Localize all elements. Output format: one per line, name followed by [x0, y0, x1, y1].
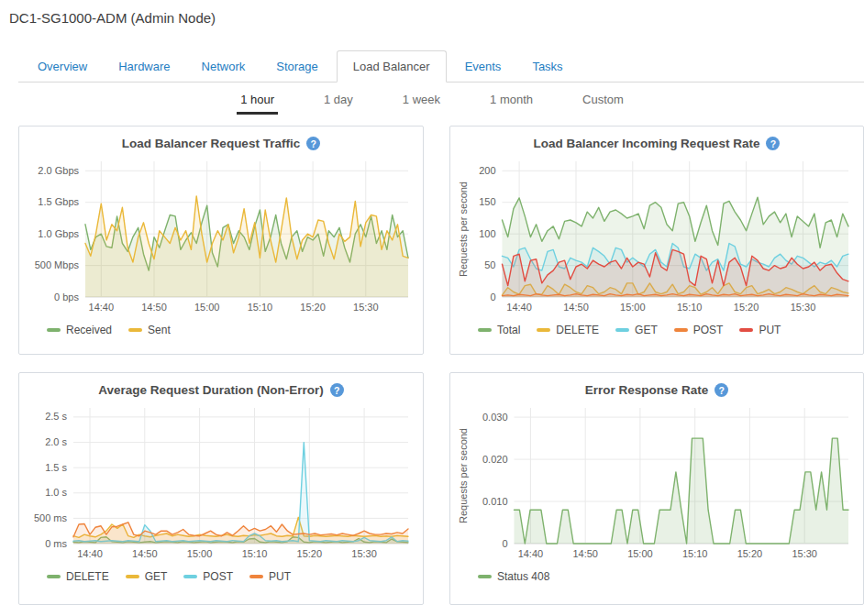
svg-text:15:30: 15:30: [791, 302, 816, 313]
panel-title: Load Balancer Incoming Request Rate?: [458, 137, 856, 150]
svg-text:14:50: 14:50: [572, 548, 598, 559]
svg-text:15:30: 15:30: [792, 548, 817, 559]
panel-title: Average Request Duration (Non-Error)?: [27, 383, 415, 397]
legend-item-total[interactable]: Total: [478, 324, 520, 336]
time-range-1-day[interactable]: 1 day: [320, 91, 357, 115]
series-group: [515, 438, 849, 544]
legend-item-post[interactable]: POST: [674, 324, 724, 336]
legend-swatch: [126, 575, 139, 578]
panel-load-balancer-incoming-request-rate: Load Balancer Incoming Request Rate?2001…: [449, 126, 864, 355]
legend-item-sent[interactable]: Sent: [128, 324, 171, 336]
time-range-1-hour[interactable]: 1 hour: [237, 91, 278, 115]
legend-item-status-408[interactable]: Status 408: [478, 570, 549, 583]
legend-label: Total: [497, 324, 520, 336]
svg-text:14:40: 14:40: [506, 302, 532, 313]
svg-text:14:40: 14:40: [518, 548, 544, 559]
chart-load-balancer-incoming-request-rate[interactable]: 20015010050014:4014:5015:0015:1015:2015:…: [458, 152, 856, 319]
charts-grid: Load Balancer Request Traffic?2.0 Gbps1.…: [18, 126, 864, 605]
legend-swatch: [674, 328, 688, 332]
legend-item-delete[interactable]: DELETE: [537, 324, 599, 336]
legend-label: GET: [635, 324, 658, 336]
svg-text:15:00: 15:00: [194, 302, 220, 313]
tab-load-balancer[interactable]: Load Balancer: [337, 50, 447, 82]
legend: TotalDELETEGETPOSTPUT: [478, 324, 856, 336]
svg-text:2.5 s: 2.5 s: [45, 411, 67, 422]
legend-swatch: [537, 328, 550, 332]
legend-label: GET: [145, 570, 168, 583]
panel-title-text: Load Balancer Request Traffic: [122, 137, 300, 150]
help-icon[interactable]: ?: [766, 137, 780, 150]
legend-swatch: [249, 575, 263, 578]
legend-label: Received: [66, 324, 112, 336]
legend-swatch: [47, 575, 61, 578]
legend-item-put[interactable]: PUT: [739, 324, 781, 336]
svg-text:200: 200: [479, 165, 495, 176]
svg-text:15:10: 15:10: [248, 302, 273, 313]
svg-text:100: 100: [479, 228, 495, 239]
legend-swatch: [183, 575, 197, 578]
svg-text:150: 150: [479, 196, 495, 207]
chart-load-balancer-request-traffic[interactable]: 2.0 Gbps1.5 Gbps1.0 Gbps500 Mbps0 bps14:…: [27, 152, 415, 319]
panel-title-text: Error Response Rate: [585, 383, 708, 397]
panel-title-text: Average Request Duration (Non-Error): [98, 383, 324, 397]
svg-text:0 ms: 0 ms: [45, 538, 67, 549]
legend-swatch: [739, 328, 753, 332]
help-icon[interactable]: ?: [714, 383, 728, 397]
panel-title: Error Response Rate?: [458, 383, 856, 397]
legend-item-put[interactable]: PUT: [249, 570, 291, 583]
legend-swatch: [47, 328, 61, 332]
legend-item-get[interactable]: GET: [615, 324, 658, 336]
legend: ReceivedSent: [47, 324, 415, 336]
svg-text:1.5 Gbps: 1.5 Gbps: [38, 196, 79, 207]
tab-overview[interactable]: Overview: [25, 51, 100, 82]
svg-text:15:10: 15:10: [677, 302, 703, 313]
svg-text:1.5 s: 1.5 s: [45, 462, 67, 473]
legend-label: POST: [693, 324, 724, 336]
legend-item-get[interactable]: GET: [126, 570, 168, 583]
svg-text:0: 0: [502, 538, 507, 549]
legend-item-delete[interactable]: DELETE: [47, 570, 109, 583]
svg-text:14:40: 14:40: [77, 548, 103, 559]
svg-text:14:50: 14:50: [141, 302, 167, 313]
help-icon[interactable]: ?: [306, 137, 320, 150]
svg-text:50: 50: [484, 259, 495, 270]
tab-storage[interactable]: Storage: [263, 51, 331, 82]
svg-text:0: 0: [490, 292, 495, 302]
svg-text:14:40: 14:40: [89, 302, 115, 313]
legend-label: DELETE: [66, 570, 109, 583]
time-range-custom[interactable]: Custom: [579, 91, 627, 115]
legend-label: Status 408: [497, 570, 549, 583]
series-fill-put: [73, 522, 408, 544]
legend-label: PUT: [269, 570, 291, 583]
panel-error-response-rate: Error Response Rate?0.0300.0200.010014:4…: [449, 372, 864, 605]
tab-tasks[interactable]: Tasks: [519, 51, 575, 82]
gridlines: [73, 408, 408, 544]
legend-item-received[interactable]: Received: [47, 324, 112, 336]
legend: DELETEGETPOSTPUT: [47, 570, 415, 583]
svg-text:1.0 s: 1.0 s: [45, 487, 67, 498]
legend: Status 408: [478, 570, 856, 583]
legend-item-post[interactable]: POST: [183, 570, 233, 583]
legend-swatch: [478, 575, 492, 578]
tab-events[interactable]: Events: [452, 51, 515, 82]
chart-average-request-duration-non-error[interactable]: 2.5 s2.0 s1.5 s1.0 s500 ms0 ms14:4014:50…: [27, 399, 415, 566]
svg-text:500 ms: 500 ms: [34, 512, 68, 523]
legend-swatch: [478, 328, 492, 332]
svg-text:15:20: 15:20: [737, 548, 763, 559]
tab-network[interactable]: Network: [189, 51, 259, 82]
svg-text:15:00: 15:00: [187, 548, 213, 559]
series-fill-status-408: [515, 438, 849, 544]
svg-text:0.010: 0.010: [482, 496, 508, 507]
page: DC1-SG1000-ADM (Admin Node) OverviewHard…: [0, 10, 864, 605]
svg-text:14:50: 14:50: [563, 302, 589, 313]
time-range-1-month[interactable]: 1 month: [486, 91, 537, 115]
svg-text:0.030: 0.030: [482, 412, 508, 423]
time-range-1-week[interactable]: 1 week: [399, 91, 444, 115]
chart-error-response-rate[interactable]: 0.0300.0200.010014:4014:5015:0015:1015:2…: [458, 399, 856, 566]
time-range-bar: 1 hour1 day1 week1 monthCustom: [0, 91, 864, 115]
tab-hardware[interactable]: Hardware: [105, 51, 183, 82]
help-icon[interactable]: ?: [330, 383, 344, 397]
page-title: DC1-SG1000-ADM (Admin Node): [9, 10, 864, 27]
svg-text:15:00: 15:00: [627, 548, 653, 559]
legend-label: PUT: [759, 324, 781, 336]
